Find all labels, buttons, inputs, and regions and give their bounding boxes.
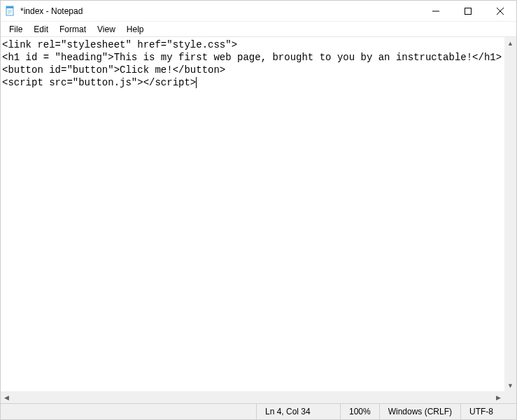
text-editor[interactable]: <link rel="stylesheet" href="style.css">…	[1, 37, 516, 403]
vertical-scrollbar[interactable]: ▲ ▼	[504, 37, 516, 391]
status-bar: Ln 4, Col 34 100% Windows (CRLF) UTF-8	[1, 403, 516, 419]
menu-bar: File Edit Format View Help	[1, 22, 516, 37]
menu-help[interactable]: Help	[121, 23, 150, 36]
minimize-button[interactable]	[420, 1, 452, 22]
editor-line: <link rel="stylesheet" href="style.css">	[2, 38, 515, 51]
status-encoding: UTF-8	[460, 404, 516, 419]
notepad-icon	[5, 6, 16, 17]
text-cursor	[196, 77, 197, 88]
editor-line: <h1 id = "heading">This is my first web …	[2, 51, 515, 64]
menu-edit[interactable]: Edit	[28, 23, 54, 36]
scroll-left-icon[interactable]: ◀	[1, 391, 13, 403]
scroll-right-icon[interactable]: ▶	[493, 391, 504, 403]
menu-format[interactable]: Format	[54, 23, 92, 36]
menu-view[interactable]: View	[92, 23, 121, 36]
svg-rect-6	[465, 8, 472, 14]
editor-line: <script src="button.js"></script>	[2, 76, 515, 89]
scroll-down-icon[interactable]: ▼	[504, 379, 516, 391]
editor-area: <link rel="stylesheet" href="style.css">…	[1, 37, 516, 403]
editor-line: <button id="button">Click me!</button>	[2, 64, 515, 76]
title-bar: *index - Notepad	[1, 1, 516, 22]
status-empty	[1, 404, 256, 419]
scrollbar-corner	[504, 391, 516, 403]
status-cursor-position: Ln 4, Col 34	[256, 404, 340, 419]
status-line-ending: Windows (CRLF)	[379, 404, 460, 419]
scroll-up-icon[interactable]: ▲	[504, 37, 516, 49]
close-button[interactable]	[484, 1, 516, 22]
svg-rect-1	[6, 6, 13, 8]
status-zoom: 100%	[340, 404, 379, 419]
maximize-button[interactable]	[452, 1, 484, 22]
horizontal-scrollbar[interactable]: ◀ ▶	[1, 391, 504, 403]
window-title: *index - Notepad	[20, 6, 83, 16]
menu-file[interactable]: File	[3, 23, 28, 36]
